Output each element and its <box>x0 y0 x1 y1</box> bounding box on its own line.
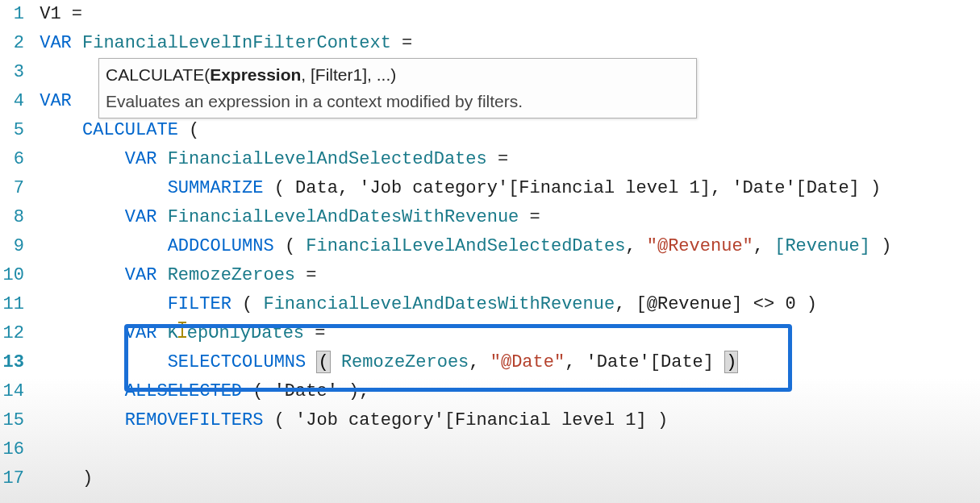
function-name: ALLSELECTED <box>125 381 242 401</box>
function-name: CALCULATE <box>82 120 178 140</box>
column-ref: 'Date'[Date] <box>586 352 714 372</box>
code-line[interactable]: SELECTCOLUMNS ( RemozeZeroes, "@Date", '… <box>29 348 980 377</box>
measure-name: V1 <box>40 4 60 24</box>
column-ref: 'Job category'[Financial level 1] <box>359 178 711 198</box>
paren-open-matched: ( <box>316 351 330 373</box>
tooltip-description: Evaluates an expression in a context mod… <box>106 89 690 115</box>
code-line[interactable]: ALLSELECTED ( 'Date' ), <box>29 377 980 406</box>
variable-ref: FinancialLevelAndSelectedDates <box>306 236 625 256</box>
column-ref: [@Revenue] <box>636 294 743 314</box>
function-name: SUMMARIZE <box>168 178 264 198</box>
paren-close: ) <box>807 294 817 314</box>
code-line[interactable]: ) <box>29 464 980 493</box>
variable-ref: RemozeZeroes <box>341 352 469 372</box>
variable-name: FinancialLevelAndSelectedDates <box>168 149 487 169</box>
paren-close: ) <box>881 236 891 256</box>
line-number: 16 <box>0 435 24 464</box>
table-ref: 'Date' <box>274 381 338 401</box>
line-number: 15 <box>0 406 24 435</box>
paren-open: ( <box>274 178 285 198</box>
comma: , <box>711 178 721 198</box>
paren-open: ( <box>274 410 285 430</box>
line-number: 4 <box>0 87 24 116</box>
line-number: 1 <box>0 0 24 29</box>
line-number: 8 <box>0 203 24 232</box>
line-number: 17 <box>0 464 24 493</box>
equals: = <box>72 4 82 24</box>
operator: <> <box>753 294 774 314</box>
number-literal: 0 <box>785 294 795 314</box>
var-keyword: VAR <box>125 323 157 343</box>
comma: , <box>625 236 636 256</box>
line-number: 11 <box>0 290 24 319</box>
code-editor[interactable]: 1 2 3 4 5 6 7 8 9 10 11 12 13 14 15 16 1… <box>0 0 980 503</box>
paren-open: ( <box>285 236 295 256</box>
var-keyword: VAR <box>125 149 157 169</box>
variable-name: FinancialLevelInFilterContext <box>82 33 391 53</box>
measure-ref: [Revenue] <box>774 236 870 256</box>
string-literal: "@Date" <box>490 352 565 372</box>
comma: , <box>359 381 369 401</box>
equals: = <box>498 149 508 169</box>
line-number: 3 <box>0 58 24 87</box>
code-line[interactable]: VAR FinancialLevelInFilterContext = <box>29 29 980 58</box>
code-line[interactable]: V1 = <box>29 0 980 29</box>
intellisense-tooltip: CALCULATE(Expression, [Filter1], ...) Ev… <box>98 58 697 118</box>
paren-close: ) <box>348 381 359 401</box>
column-ref: 'Date'[Date] <box>732 178 859 198</box>
line-number: 13 <box>0 348 24 377</box>
var-keyword: VAR <box>125 207 157 227</box>
column-ref: 'Job category'[Financial level 1] <box>295 410 647 430</box>
line-number: 14 <box>0 377 24 406</box>
string-literal: "@Revenue" <box>647 236 753 256</box>
line-number-gutter: 1 2 3 4 5 6 7 8 9 10 11 12 13 14 15 16 1… <box>0 0 29 503</box>
function-name: FILTER <box>168 294 231 314</box>
comma: , <box>615 294 625 314</box>
variable-name: FinancialLevelAndDatesWithRevenue <box>168 207 519 227</box>
line-number: 2 <box>0 29 24 58</box>
code-area[interactable]: V1 = VAR FinancialLevelInFilterContext =… <box>29 0 980 503</box>
code-line[interactable]: VAR FinancialLevelAndDatesWithRevenue = <box>29 203 980 232</box>
equals: = <box>315 323 325 343</box>
equals: = <box>306 265 316 285</box>
code-line[interactable]: SUMMARIZE ( Data, 'Job category'[Financi… <box>29 174 980 203</box>
function-name: ADDCOLUMNS <box>168 236 274 256</box>
line-number: 7 <box>0 174 24 203</box>
code-line[interactable]: VAR FinancialLevelAndSelectedDates = <box>29 145 980 174</box>
code-line[interactable]: VAR RemozeZeroes = <box>29 261 980 290</box>
paren-close: ) <box>657 410 668 430</box>
var-keyword: VAR <box>40 33 72 53</box>
code-line[interactable]: CALCULATE ( <box>29 116 980 145</box>
code-line[interactable]: VAR KepOnlyDates = <box>29 319 980 348</box>
code-line[interactable] <box>29 435 980 464</box>
table-ref: Data <box>295 178 338 198</box>
paren-open: ( <box>242 294 252 314</box>
text-cursor-icon <box>178 322 187 338</box>
comma: , <box>338 178 348 198</box>
var-keyword: VAR <box>125 265 157 285</box>
line-number: 5 <box>0 116 24 145</box>
function-name: REMOVEFILTERS <box>125 410 264 430</box>
tooltip-signature: CALCULATE(Expression, [Filter1], ...) <box>106 62 690 89</box>
comma: , <box>469 352 479 372</box>
code-line[interactable]: ADDCOLUMNS ( FinancialLevelAndSelectedDa… <box>29 232 980 261</box>
variable-name: RemozeZeroes <box>168 265 295 285</box>
paren-open: ( <box>189 120 199 140</box>
equals: = <box>402 33 412 53</box>
code-line[interactable]: REMOVEFILTERS ( 'Job category'[Financial… <box>29 406 980 435</box>
variable-ref: FinancialLevelAndDatesWithRevenue <box>263 294 615 314</box>
line-number: 12 <box>0 319 24 348</box>
code-line[interactable]: FILTER ( FinancialLevelAndDatesWithReven… <box>29 290 980 319</box>
comma: , <box>565 352 575 372</box>
comma: , <box>753 236 764 256</box>
equals: = <box>530 207 540 227</box>
variable-name: KepOnlyDates <box>168 323 304 343</box>
paren-close-matched: ) <box>724 351 738 373</box>
line-number: 6 <box>0 145 24 174</box>
function-name: SELECTCOLUMNS <box>168 352 307 372</box>
var-keyword: VAR <box>40 91 72 111</box>
paren-close: ) <box>82 468 93 488</box>
line-number: 9 <box>0 232 24 261</box>
paren-close: ) <box>870 178 881 198</box>
paren-open: ( <box>252 381 263 401</box>
